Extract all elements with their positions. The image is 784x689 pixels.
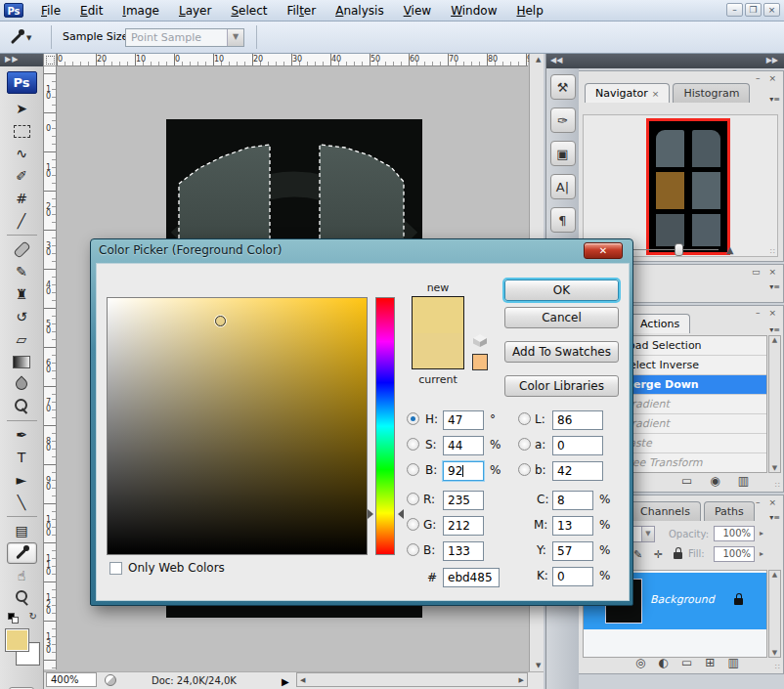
brightness-field[interactable]: 92 bbox=[443, 461, 484, 481]
panel-window-buttons[interactable]: – × bbox=[756, 497, 779, 507]
default-colors-icon[interactable] bbox=[8, 613, 19, 624]
tab-channels[interactable]: Channels bbox=[630, 501, 701, 521]
toolbox-collapse-button[interactable]: ▶▶ bbox=[0, 54, 43, 66]
cyan-field[interactable]: 8 bbox=[552, 491, 593, 510]
minimize-button[interactable]: – bbox=[726, 3, 743, 17]
green-radio[interactable] bbox=[407, 518, 419, 531]
ok-button[interactable]: OK bbox=[504, 280, 619, 301]
gradient-tool[interactable] bbox=[7, 351, 37, 372]
spot-healing-brush-tool[interactable] bbox=[7, 238, 37, 260]
menu-item-view[interactable]: View bbox=[394, 2, 441, 20]
tool-presets-icon[interactable]: ⚒ bbox=[550, 74, 576, 100]
zoom-tool[interactable] bbox=[7, 587, 37, 609]
hex-field[interactable]: ebd485 bbox=[443, 568, 500, 587]
zoom-in-icon[interactable]: ▲ bbox=[726, 244, 734, 255]
tab-paths[interactable]: Paths bbox=[704, 501, 755, 521]
pen-tool[interactable]: ✒ bbox=[7, 424, 37, 446]
hue-slider-arrow-right[interactable] bbox=[398, 509, 404, 519]
clone-source-icon[interactable]: ▣ bbox=[550, 141, 576, 166]
panel-menu-icon[interactable]: ▾≡ bbox=[769, 325, 780, 334]
scroll-down-icon[interactable]: ▼ bbox=[533, 662, 544, 669]
blur-tool[interactable] bbox=[7, 373, 37, 395]
resize-grip[interactable]: ∷ bbox=[775, 481, 780, 490]
hand-tool[interactable]: ☝ bbox=[7, 565, 37, 586]
app-icon[interactable]: Ps bbox=[4, 3, 23, 18]
lasso-tool[interactable]: ∿ bbox=[7, 143, 37, 164]
saturation-brightness-field[interactable] bbox=[107, 297, 368, 555]
menu-item-image[interactable]: Image bbox=[112, 2, 169, 20]
color-libraries-button[interactable]: Color Libraries bbox=[504, 375, 619, 397]
eyedropper-tool-preset[interactable]: ▼ bbox=[10, 27, 43, 48]
eyedropper-tool[interactable] bbox=[7, 542, 37, 564]
slider-thumb[interactable] bbox=[675, 243, 683, 256]
menu-item-help[interactable]: Help bbox=[506, 2, 552, 20]
lab-b-field[interactable]: 42 bbox=[552, 461, 603, 481]
status-menu-arrow-icon[interactable]: ▶ bbox=[282, 676, 289, 687]
rectangular-marquee-tool[interactable] bbox=[7, 120, 37, 142]
zoom-level-field[interactable]: 400% bbox=[46, 672, 97, 687]
clone-stamp-tool[interactable]: ♜ bbox=[7, 283, 37, 305]
fill-field[interactable]: 100% bbox=[714, 546, 755, 562]
layers-scrollbar[interactable]: ▲▼ bbox=[768, 570, 781, 658]
menu-item-file[interactable]: File bbox=[31, 2, 70, 20]
menu-item-select[interactable]: Select bbox=[221, 2, 277, 20]
lock-all-icon[interactable] bbox=[674, 552, 682, 559]
sample-size-select[interactable]: Point Sample ▼ bbox=[125, 28, 244, 47]
lock-icons[interactable]: ✎ ✛ bbox=[633, 548, 682, 561]
menu-item-filter[interactable]: Filter bbox=[277, 2, 326, 20]
eraser-tool[interactable]: ▱ bbox=[7, 328, 37, 350]
menu-item-window[interactable]: Window bbox=[441, 2, 506, 20]
hue-slider[interactable] bbox=[375, 297, 395, 555]
close-button[interactable]: × bbox=[763, 3, 780, 17]
resize-grip[interactable]: ∷ bbox=[775, 663, 780, 671]
horizontal-scrollbar[interactable]: ◀ ▶ bbox=[296, 672, 528, 687]
lab-b-radio[interactable] bbox=[518, 463, 531, 476]
opacity-arrow-icon[interactable]: ▸ bbox=[760, 529, 763, 538]
brushes-icon[interactable]: ✑ bbox=[550, 108, 576, 133]
path-selection-tool[interactable]: ► bbox=[7, 469, 37, 491]
hue-slider-arrow-left[interactable] bbox=[368, 509, 373, 519]
lab-l-field[interactable]: 86 bbox=[552, 410, 603, 430]
tab-actions[interactable]: Actions bbox=[630, 314, 690, 333]
move-tool[interactable]: ➤ bbox=[7, 98, 37, 119]
blue-field[interactable]: 133 bbox=[443, 541, 484, 561]
paragraph-icon[interactable]: ¶ bbox=[550, 207, 576, 233]
character-icon[interactable]: A| bbox=[550, 174, 576, 199]
brush-tool[interactable]: ✎ bbox=[7, 261, 37, 282]
resize-grip[interactable]: ∷ bbox=[770, 247, 775, 256]
hue-field[interactable]: 47 bbox=[443, 410, 484, 430]
tab-navigator[interactable]: Navigator× bbox=[585, 83, 670, 103]
yellow-field[interactable]: 57 bbox=[552, 541, 593, 561]
tab-histogram[interactable]: Histogram bbox=[673, 83, 750, 103]
panel-window-buttons[interactable]: ▭ × bbox=[752, 267, 779, 277]
panel-menu-icon[interactable]: ▾≡ bbox=[769, 95, 780, 104]
scroll-right-icon[interactable]: ▶ bbox=[516, 676, 527, 684]
horizontal-ruler[interactable]: 02010010203040506070809 bbox=[57, 54, 528, 66]
lab-l-radio[interactable] bbox=[518, 412, 531, 425]
navigator-thumbnail[interactable] bbox=[646, 118, 730, 255]
magenta-field[interactable]: 13 bbox=[552, 516, 593, 536]
panel-menu-icon[interactable]: ▾≡ bbox=[769, 513, 780, 522]
color-field-marker[interactable] bbox=[215, 316, 226, 326]
quick-selection-tool[interactable]: ✐ bbox=[7, 165, 37, 187]
crop-tool[interactable]: # bbox=[7, 188, 37, 209]
red-field[interactable]: 235 bbox=[443, 491, 484, 510]
menu-item-edit[interactable]: Edit bbox=[70, 2, 112, 20]
brightness-radio[interactable] bbox=[407, 463, 419, 476]
notes-tool[interactable]: ▤ bbox=[7, 520, 37, 541]
web-safe-color-swatch[interactable] bbox=[472, 354, 488, 370]
add-to-swatches-button[interactable]: Add To Swatches bbox=[504, 341, 619, 363]
menu-item-analysis[interactable]: Analysis bbox=[326, 2, 393, 20]
panels-collapse-button[interactable]: ▶▶ bbox=[579, 54, 784, 68]
delete-layer-icon[interactable]: ▥ bbox=[727, 656, 738, 669]
only-web-colors-checkbox[interactable] bbox=[109, 562, 122, 575]
saturation-field[interactable]: 44 bbox=[443, 436, 484, 455]
panel-menu-icon[interactable]: ▾≡ bbox=[769, 282, 780, 291]
fill-arrow-icon[interactable]: ▸ bbox=[760, 549, 763, 558]
panel-window-buttons[interactable]: – × bbox=[756, 308, 779, 318]
new-layer-icon[interactable]: ⊞ bbox=[705, 656, 715, 669]
slice-tool[interactable]: ╱ bbox=[7, 210, 37, 232]
stop-icon[interactable]: ▭ bbox=[681, 474, 692, 488]
ruler-origin-corner[interactable] bbox=[44, 54, 57, 66]
scroll-left-icon[interactable]: ◀ bbox=[297, 676, 308, 684]
